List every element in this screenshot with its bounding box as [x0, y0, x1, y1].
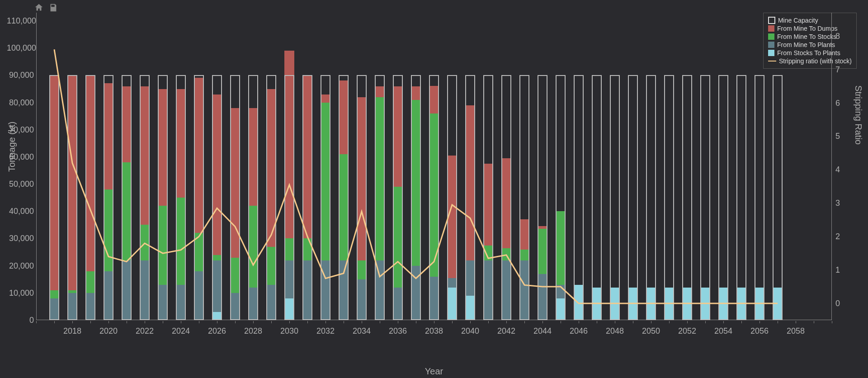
bar-group[interactable]	[610, 13, 620, 320]
bar-capacity-outline	[284, 75, 294, 320]
bar-capacity-outline	[266, 75, 276, 320]
y-right-tick-label: 6	[835, 98, 854, 108]
bar-capacity-outline	[664, 75, 674, 320]
bar-capacity-outline	[483, 75, 493, 320]
bar-group[interactable]	[122, 13, 132, 320]
bar-group[interactable]	[266, 13, 276, 320]
bar-capacity-outline	[321, 75, 330, 320]
x-tick-label: 2044	[533, 326, 552, 336]
x-tick-label: 2040	[461, 326, 479, 336]
bar-group[interactable]	[140, 13, 150, 320]
x-tick-label: 2056	[750, 326, 769, 336]
bar-group[interactable]	[67, 13, 77, 320]
bar-group[interactable]	[519, 13, 529, 320]
bar-capacity-outline	[339, 75, 349, 320]
bar-group[interactable]	[538, 13, 547, 320]
bar-group[interactable]	[700, 13, 710, 320]
bar-capacity-outline	[375, 75, 385, 320]
x-tick-label: 2028	[244, 326, 262, 336]
bar-group[interactable]	[773, 13, 783, 320]
bar-capacity-outline	[501, 75, 511, 320]
bar-group[interactable]	[447, 13, 457, 320]
y-right-tick-label: 3	[835, 198, 854, 208]
bar-group[interactable]	[411, 13, 421, 320]
y-left-tick-label: 50,000	[7, 180, 34, 189]
bar-group[interactable]	[664, 13, 674, 320]
bar-group[interactable]	[429, 13, 439, 320]
bar-capacity-outline	[248, 75, 258, 320]
bar-group[interactable]	[646, 13, 656, 320]
bar-capacity-outline	[773, 75, 783, 320]
x-tick-label: 2058	[787, 326, 805, 336]
bar-group[interactable]	[755, 13, 764, 320]
bar-capacity-outline	[755, 75, 764, 320]
plot-area[interactable]	[36, 13, 832, 320]
x-tick-label: 2022	[136, 326, 154, 336]
bar-group[interactable]	[592, 13, 602, 320]
x-tick-label: 2030	[280, 326, 298, 336]
bar-group[interactable]	[49, 13, 59, 320]
bar-capacity-outline	[592, 75, 602, 320]
y-right-tick-label: 8	[835, 31, 854, 41]
bar-group[interactable]	[682, 13, 692, 320]
bar-capacity-outline	[67, 75, 77, 320]
save-icon[interactable]	[48, 3, 58, 13]
x-tick-label: 2032	[316, 326, 335, 336]
bar-group[interactable]	[194, 13, 204, 320]
bar-group[interactable]	[556, 13, 566, 320]
bar-capacity-outline	[140, 75, 150, 320]
x-tick-label: 2034	[353, 326, 371, 336]
y-left-tick-label: 10,000	[7, 288, 34, 298]
x-tick-label: 2054	[714, 326, 732, 336]
bar-group[interactable]	[483, 13, 493, 320]
bar-capacity-outline	[49, 75, 59, 320]
bar-capacity-outline	[429, 75, 439, 320]
bar-group[interactable]	[574, 13, 584, 320]
y-right-tick-label: 5	[835, 132, 854, 141]
bar-group[interactable]	[321, 13, 330, 320]
bar-group[interactable]	[375, 13, 385, 320]
x-tick-label: 2042	[497, 326, 515, 336]
x-tick-label: 2020	[99, 326, 118, 336]
bar-capacity-outline	[230, 75, 240, 320]
bar-group[interactable]	[248, 13, 258, 320]
x-ticks: 1620182020202220242026202820302032203420…	[36, 321, 832, 339]
bar-group[interactable]	[158, 13, 168, 320]
bar-group[interactable]	[176, 13, 186, 320]
y-left-tick-label: 60,000	[7, 152, 34, 161]
bar-group[interactable]	[393, 13, 403, 320]
bar-group[interactable]	[736, 13, 746, 320]
bar-group[interactable]	[302, 13, 312, 320]
bar-group[interactable]	[339, 13, 349, 320]
bar-capacity-outline	[700, 75, 710, 320]
bar-capacity-outline	[194, 75, 204, 320]
bar-group[interactable]	[465, 13, 475, 320]
bar-group[interactable]	[501, 13, 511, 320]
bar-group[interactable]	[284, 13, 294, 320]
y-left-tick-label: 0	[7, 316, 34, 325]
bar-capacity-outline	[104, 75, 113, 320]
home-icon[interactable]	[34, 3, 44, 13]
bar-group[interactable]	[104, 13, 113, 320]
bar-group[interactable]	[628, 13, 638, 320]
bar-group[interactable]	[230, 13, 240, 320]
bar-capacity-outline	[447, 75, 457, 320]
bar-capacity-outline	[736, 75, 746, 320]
bar-capacity-outline	[302, 75, 312, 320]
y-left-tick-label: 100,000	[7, 43, 34, 53]
bar-capacity-outline	[628, 75, 638, 320]
bar-capacity-outline	[411, 75, 421, 320]
bar-group[interactable]	[357, 13, 367, 320]
bar-capacity-outline	[556, 75, 566, 320]
y-left-tick-label: 110,000	[7, 16, 34, 26]
y-left-tick-label: 30,000	[7, 234, 34, 243]
bar-group[interactable]	[85, 13, 95, 320]
bar-capacity-outline	[610, 75, 620, 320]
bar-group[interactable]	[718, 13, 728, 320]
y-right-tick-label: 2	[835, 232, 854, 241]
y-right-tick-label: 1	[835, 265, 854, 275]
bar-capacity-outline	[176, 75, 186, 320]
bars-layer	[36, 13, 832, 320]
bar-group[interactable]	[212, 13, 222, 320]
x-tick-label: 2036	[389, 326, 407, 336]
